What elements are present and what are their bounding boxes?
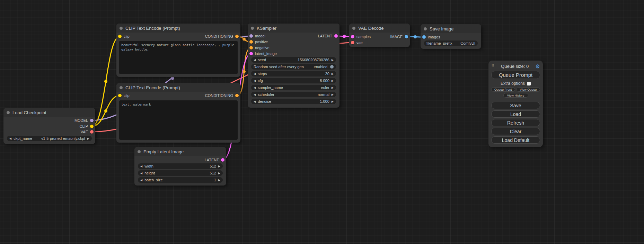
sampler-name-widget[interactable]: ◀ sampler_name euler ▶ xyxy=(251,85,336,90)
height-widget[interactable]: ◀ height 512 ▶ xyxy=(138,170,223,176)
refresh-button[interactable]: Refresh xyxy=(491,119,540,126)
node-ksampler[interactable]: KSampler model LATENT positive negative … xyxy=(248,24,339,108)
right-arrow-icon[interactable]: ▶ xyxy=(218,179,220,182)
steps-widget[interactable]: ◀ steps 20 ▶ xyxy=(251,71,336,76)
right-arrow-icon[interactable]: ▶ xyxy=(332,72,334,75)
left-arrow-icon[interactable]: ◀ xyxy=(9,137,11,140)
prompt-text-area[interactable]: beautiful scenery nature glass bottle la… xyxy=(119,41,238,74)
ckpt-name-widget[interactable]: ◀ ckpt_name v1-5-pruned-emaonly.ckpt ▶ xyxy=(7,136,92,141)
node-header[interactable]: Load Checkpoint xyxy=(3,108,95,117)
conditioning-port-dot[interactable] xyxy=(249,46,253,49)
prompt-text-area[interactable]: text, watermark xyxy=(119,100,238,140)
queue-prompt-button[interactable]: Queue Prompt xyxy=(491,71,540,79)
node-header[interactable]: VAE Decode xyxy=(349,24,410,33)
load-default-button[interactable]: Load Default xyxy=(491,136,540,144)
widget-value: ComfyUI xyxy=(460,41,475,45)
load-button[interactable]: Load xyxy=(491,110,540,118)
port-label: IMAGE xyxy=(390,35,403,39)
node-header[interactable]: Empty Latent Image xyxy=(134,147,226,156)
widget-value: 1.000 xyxy=(320,99,329,103)
widget-label: denoise xyxy=(258,99,271,103)
queue-front-button[interactable]: Queue Front xyxy=(491,87,515,92)
cfg-widget[interactable]: ◀ cfg 8.000 ▶ xyxy=(251,78,336,83)
menu-panel[interactable]: ⠿ Queue size: 0 ⚙ Queue Prompt Extra opt… xyxy=(488,61,543,147)
port-label: CONDITIONING xyxy=(205,93,233,98)
node-vae-decode[interactable]: VAE Decode samples IMAGE vae xyxy=(349,24,410,47)
right-arrow-icon[interactable]: ▶ xyxy=(332,58,334,62)
left-arrow-icon[interactable]: ◀ xyxy=(140,165,142,168)
left-arrow-icon[interactable]: ◀ xyxy=(140,179,142,182)
right-arrow-icon[interactable]: ▶ xyxy=(218,172,220,175)
clear-button[interactable]: Clear xyxy=(491,128,540,135)
widget-label: sampler_name xyxy=(258,85,283,90)
conditioning-port-dot[interactable] xyxy=(249,40,253,44)
right-arrow-icon[interactable]: ▶ xyxy=(332,100,334,103)
vae-port-dot[interactable] xyxy=(90,130,94,134)
batch-size-widget[interactable]: ◀ batch_size 1 ▶ xyxy=(138,177,223,183)
node-canvas[interactable]: Load Checkpoint MODEL CLIP VAE ◀ ckpt_na… xyxy=(0,0,644,244)
left-arrow-icon[interactable]: ◀ xyxy=(254,72,256,75)
model-port-dot[interactable] xyxy=(90,119,94,122)
node-empty-latent-image[interactable]: Empty Latent Image LATENT ◀ width 512 ▶ … xyxy=(134,147,226,186)
clip-port-dot[interactable] xyxy=(118,35,122,38)
widget-label: filename_prefix xyxy=(426,41,452,45)
gear-icon[interactable]: ⚙ xyxy=(536,64,540,69)
widget-value: 1 xyxy=(214,178,216,182)
right-arrow-icon[interactable]: ▶ xyxy=(87,137,89,140)
denoise-widget[interactable]: ◀ denoise 1.000 ▶ xyxy=(251,99,336,104)
left-arrow-icon[interactable]: ◀ xyxy=(254,93,256,96)
input-port-negative: negative xyxy=(249,45,270,50)
collapse-dot-icon[interactable] xyxy=(120,86,123,89)
conditioning-port-dot[interactable] xyxy=(235,94,239,97)
collapse-dot-icon[interactable] xyxy=(251,27,254,30)
image-port-dot[interactable] xyxy=(405,35,408,38)
left-arrow-icon[interactable]: ◀ xyxy=(140,172,142,175)
collapse-dot-icon[interactable] xyxy=(7,111,10,114)
left-arrow-icon[interactable]: ◀ xyxy=(254,58,256,62)
collapse-dot-icon[interactable] xyxy=(120,27,123,30)
latent-port-dot[interactable] xyxy=(221,158,224,162)
right-arrow-icon[interactable]: ▶ xyxy=(332,79,334,82)
collapse-dot-icon[interactable] xyxy=(424,27,427,30)
node-header[interactable]: KSampler xyxy=(248,24,339,33)
seed-widget[interactable]: ◀ seed 156680208700286 ▶ xyxy=(251,57,336,63)
model-port-dot[interactable] xyxy=(249,34,253,38)
clip-port-dot[interactable] xyxy=(118,94,122,97)
node-load-checkpoint[interactable]: Load Checkpoint MODEL CLIP VAE ◀ ckpt_na… xyxy=(3,108,95,144)
port-label: MODEL xyxy=(74,118,88,123)
width-widget[interactable]: ◀ width 512 ▶ xyxy=(138,163,223,169)
wire-clip-negative xyxy=(92,96,120,126)
node-title: Load Checkpoint xyxy=(12,110,46,115)
image-port-dot[interactable] xyxy=(422,35,426,39)
clip-port-dot[interactable] xyxy=(90,125,94,128)
view-queue-button[interactable]: View Queue xyxy=(517,87,540,92)
latent-port-dot[interactable] xyxy=(351,35,354,38)
latent-port-dot[interactable] xyxy=(249,52,253,55)
filename-prefix-widget[interactable]: filename_prefix ComfyUI xyxy=(424,40,478,46)
node-header[interactable]: Save Image xyxy=(421,24,481,33)
collapse-dot-icon[interactable] xyxy=(352,27,355,30)
node-clip-text-encode-negative[interactable]: CLIP Text Encode (Prompt) clip CONDITION… xyxy=(116,83,240,143)
output-port-clip: CLIP xyxy=(80,124,94,129)
conditioning-port-dot[interactable] xyxy=(235,35,239,38)
scheduler-widget[interactable]: ◀ scheduler normal ▶ xyxy=(251,92,336,97)
node-clip-text-encode-positive[interactable]: CLIP Text Encode (Prompt) clip CONDITION… xyxy=(116,24,240,77)
latent-port-dot[interactable] xyxy=(334,34,338,38)
node-header[interactable]: CLIP Text Encode (Prompt) xyxy=(116,83,240,92)
toggle-dot-icon[interactable] xyxy=(330,65,334,69)
vae-port-dot[interactable] xyxy=(351,41,354,44)
drag-handle-icon[interactable]: ⠿ xyxy=(491,64,494,69)
left-arrow-icon[interactable]: ◀ xyxy=(254,79,256,82)
right-arrow-icon[interactable]: ▶ xyxy=(218,165,220,168)
node-save-image[interactable]: Save Image images filename_prefix ComfyU… xyxy=(421,24,481,49)
random-seed-toggle-widget[interactable]: Random seed after every gen enabled xyxy=(251,64,336,70)
right-arrow-icon[interactable]: ▶ xyxy=(332,86,334,89)
extra-options-checkbox[interactable] xyxy=(527,82,531,85)
save-button[interactable]: Save xyxy=(491,102,540,109)
view-history-button[interactable]: View History xyxy=(503,93,528,98)
node-header[interactable]: CLIP Text Encode (Prompt) xyxy=(116,24,240,33)
left-arrow-icon[interactable]: ◀ xyxy=(254,86,256,89)
right-arrow-icon[interactable]: ▶ xyxy=(332,93,334,96)
left-arrow-icon[interactable]: ◀ xyxy=(254,100,256,103)
collapse-dot-icon[interactable] xyxy=(138,150,141,153)
